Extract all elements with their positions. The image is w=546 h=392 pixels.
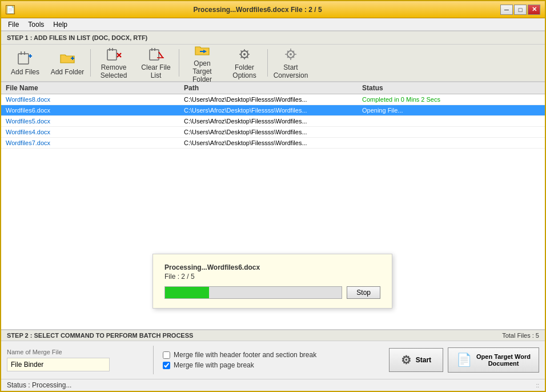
clear-file-list-button[interactable]: Clear File List — [135, 47, 176, 79]
step2-area: STEP 2 : SELECT COMMAND TO PERFORM BATCH… — [1, 329, 545, 379]
menu-tools[interactable]: Tools — [23, 19, 49, 30]
add-folder-button[interactable]: Add Folder — [47, 47, 88, 79]
cell-path: C:\Users\Afroz\Desktop\Filessss\Wordfile… — [184, 118, 362, 125]
processing-title: Processing...Wordfiles6.docx — [164, 263, 380, 271]
merge-name-label: Name of Merge File — [7, 349, 144, 355]
stop-button[interactable]: Stop — [347, 286, 380, 299]
add-files-button[interactable]: Add Files — [5, 47, 46, 79]
cell-filename: Wordfiles4.docx — [6, 129, 184, 135]
cell-status — [362, 118, 540, 125]
checkbox-page-break-label: Merge file with page break — [174, 361, 254, 369]
remove-selected-button[interactable]: Remove Selected — [93, 47, 134, 79]
column-path: Path — [184, 84, 362, 92]
total-files: Total Files : 5 — [502, 332, 539, 339]
table-row[interactable]: Wordfiles5.docx C:\Users\Afroz\Desktop\F… — [1, 116, 545, 127]
start-label: Start — [416, 356, 431, 364]
svg-rect-0 — [18, 54, 29, 64]
merge-name-section: Name of Merge File — [7, 349, 144, 371]
close-button[interactable]: ✕ — [528, 5, 540, 15]
titlebar: 📄 Processing...Wordfiles6.docx File : 2 … — [1, 1, 545, 18]
column-status: Status — [362, 84, 540, 92]
minimize-button[interactable]: ─ — [500, 5, 513, 15]
cell-status: Completed in 0 Mins 2 Secs — [362, 96, 540, 103]
menubar: File Tools Help — [1, 18, 545, 31]
processing-dialog: Processing...Wordfiles6.docx File : 2 / … — [152, 254, 392, 309]
cell-status: Opening File... — [362, 107, 540, 114]
cell-filename: Wordfiles7.docx — [6, 139, 184, 146]
table-row[interactable]: Wordfiles4.docx C:\Users\Afroz\Desktop\F… — [1, 127, 545, 138]
table-row[interactable]: Wordfiles8.docx C:\Users\Afroz\Desktop\F… — [1, 94, 545, 105]
add-folder-icon — [58, 50, 77, 67]
cell-path: C:\Users\Afroz\Desktop\Filessss\Wordfile… — [184, 96, 362, 103]
cell-path: C:\Users\Afroz\Desktop\Filessss\Wordfile… — [184, 107, 362, 114]
file-list-header: File Name Path Status — [1, 82, 545, 94]
progress-container: Stop — [164, 286, 380, 299]
checkbox-page-break[interactable] — [163, 362, 170, 369]
column-filename: File Name — [6, 84, 184, 92]
start-button[interactable]: ⚙ Start — [389, 348, 443, 372]
statusbar: Status : Processing... :: — [1, 379, 545, 391]
progress-bar-outer — [164, 286, 342, 299]
svg-line-11 — [159, 52, 163, 58]
main-area: File Name Path Status Wordfiles8.docx C:… — [1, 82, 545, 329]
checkbox-row-1[interactable]: Merge file with header footer and sectio… — [163, 351, 316, 359]
cell-status — [362, 139, 540, 146]
open-target-folder-button[interactable]: Open Target Folder — [182, 47, 223, 79]
open-target-folder-icon — [193, 42, 211, 58]
cell-filename: Wordfiles5.docx — [6, 118, 184, 125]
checkbox-header-footer-label: Merge file with header footer and sectio… — [174, 351, 316, 359]
cell-filename: Wordfiles6.docx — [6, 107, 184, 114]
window-controls: ─ □ ✕ — [500, 5, 540, 15]
cell-status — [362, 129, 540, 135]
app-icon: 📄 — [6, 5, 15, 14]
table-row[interactable]: Wordfiles6.docx C:\Users\Afroz\Desktop\F… — [1, 105, 545, 116]
processing-subtitle: File : 2 / 5 — [164, 273, 380, 281]
start-conversion-button[interactable]: Start Conversion — [270, 47, 311, 79]
maximize-button[interactable]: □ — [514, 5, 527, 15]
table-row[interactable]: Wordfiles7.docx C:\Users\Afroz\Desktop\F… — [1, 138, 545, 149]
vertical-divider — [153, 346, 154, 374]
folder-options-button[interactable]: Folder Options — [224, 47, 265, 79]
svg-point-13 — [243, 53, 246, 55]
open-target-word-label: Open Target WordDocument — [476, 353, 531, 367]
step2-header: STEP 2 : SELECT COMMAND TO PERFORM BATCH… — [7, 332, 193, 339]
toolbar: Add Files Add Folder Remove Selected Cle… — [1, 45, 545, 82]
svg-point-15 — [290, 53, 292, 55]
gear-icon: ⚙ — [401, 353, 411, 367]
clear-file-list-icon — [147, 46, 165, 62]
window-title: Processing...Wordfiles6.docx File : 2 / … — [15, 6, 500, 14]
merge-name-input[interactable] — [7, 358, 110, 371]
actions-section: ⚙ Start 📄 Open Target WordDocument — [389, 347, 539, 373]
step1-header: STEP 1 : ADD FILES IN LIST (DOC, DOCX, R… — [1, 31, 545, 45]
open-target-word-button[interactable]: 📄 Open Target WordDocument — [448, 347, 539, 373]
menu-help[interactable]: Help — [49, 19, 72, 30]
checkboxes: Merge file with header footer and sectio… — [163, 351, 316, 369]
separator-2 — [179, 49, 179, 77]
step2-header-row: STEP 2 : SELECT COMMAND TO PERFORM BATCH… — [1, 330, 545, 341]
folder-options-icon — [235, 46, 254, 62]
cell-path: C:\Users\Afroz\Desktop\Filessss\Wordfile… — [184, 129, 362, 135]
separator-1 — [90, 49, 91, 77]
progress-bar-inner — [165, 287, 209, 298]
svg-rect-8 — [150, 50, 159, 60]
checkbox-row-2[interactable]: Merge file with page break — [163, 361, 316, 369]
svg-rect-3 — [107, 50, 117, 60]
open-doc-icon: 📄 — [456, 353, 472, 367]
resize-handle[interactable]: :: — [536, 382, 539, 389]
status-text: Status : Processing... — [7, 381, 71, 389]
step2-content: Name of Merge File Merge file with heade… — [1, 341, 545, 379]
add-files-icon — [16, 50, 34, 67]
menu-file[interactable]: File — [3, 19, 23, 30]
main-window: 📄 Processing...Wordfiles6.docx File : 2 … — [0, 0, 546, 392]
remove-selected-icon — [105, 46, 123, 62]
separator-3 — [267, 49, 268, 77]
cell-filename: Wordfiles8.docx — [6, 96, 184, 103]
cell-path: C:\Users\Afroz\Desktop\Filessss\Wordfile… — [184, 139, 362, 146]
start-conversion-icon — [282, 46, 300, 62]
checkbox-header-footer[interactable] — [163, 351, 170, 359]
